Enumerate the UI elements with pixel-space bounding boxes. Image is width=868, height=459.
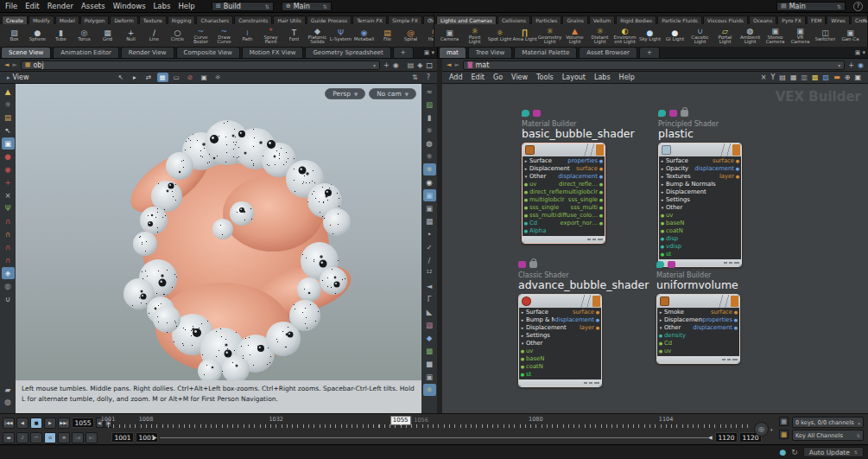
output-connector-icon[interactable]: ● [598,212,605,220]
input-connector-icon[interactable]: ● [519,363,526,371]
input-connector-icon[interactable]: ● [659,243,666,251]
pane-option-icon[interactable]: □ [426,61,433,69]
help-icon[interactable]: ? [427,73,430,81]
input-connector-icon[interactable]: ▸ [523,165,529,173]
input-connector-icon[interactable]: ▾ [657,324,664,332]
output-connector-icon[interactable]: ● [734,165,741,173]
display-option-icon[interactable]: Γ [423,293,436,305]
display-option-icon[interactable]: ▦ [423,215,436,227]
network-path-field[interactable]: ◙ mat ▾ [463,61,846,70]
network-menu-item[interactable]: Layout [562,73,586,81]
status-icon[interactable]: ↻ [791,448,798,456]
input-connector-icon[interactable]: ▸ [657,316,664,324]
display-option-icon[interactable]: ✓ [423,241,436,253]
node-parameter-row[interactable]: ● Cd export_nor… ● [523,220,605,227]
input-connector-icon[interactable]: ● [519,347,526,355]
timeline-ruler[interactable]: 10011008103210801104 1056 1055 [108,416,752,429]
view-tool-icon[interactable]: ▦ [157,73,168,82]
node-color-tab[interactable] [731,296,738,307]
node-footer[interactable] [519,379,601,386]
node-parameter-row[interactable]: ● uv direct_refle… ● [523,181,605,188]
snapshot-icon[interactable]: ◉ [858,61,864,69]
node-parameter-row[interactable]: ● sss_single sss_multi ● [523,204,605,212]
input-connector-icon[interactable]: ● [659,227,666,235]
node-parameter-row[interactable]: ▾ Other displacement ● [523,173,605,181]
range-end-field[interactable]: 1120 [715,432,738,443]
keys-summary-dropdown[interactable]: 0 keys, 0/0 channels▴ [792,417,864,428]
node-parameter-row[interactable]: ● disp [659,235,741,243]
pane-option-icon[interactable]: ▤ [408,61,415,69]
shelf-tab[interactable]: Polygon [80,16,110,24]
pane-tab[interactable]: Material Palette [514,47,577,58]
node-badge-icon[interactable] [681,110,688,117]
shelf-tool[interactable]: ● Sky Light [637,29,662,42]
input-connector-icon[interactable]: ▾ [519,340,526,347]
input-connector-icon[interactable]: ● [523,220,529,227]
node-badge-icon[interactable] [656,261,664,268]
shelf-tab[interactable]: Hair Utils [273,16,305,24]
take-selector[interactable]: ⊕ Main ⇅ [282,2,332,11]
shelf-tool[interactable]: ◐ Environment Light [612,27,637,45]
input-connector-icon[interactable]: ▾ [659,204,666,212]
display-option-icon[interactable]: ▨ [423,319,436,331]
network-toolbar-icon[interactable]: ▣ [854,73,861,81]
node-parameter-row[interactable]: ▸ Surface surface ● [659,157,741,165]
playback-mode-button[interactable]: ≡ [58,432,70,443]
output-connector-icon[interactable]: ● [732,316,739,324]
input-connector-icon[interactable]: ▸ [659,181,666,188]
back-icon[interactable]: ◄ [447,61,451,68]
output-connector-icon[interactable]: ● [734,173,741,181]
view-tool-icon[interactable]: ⇄ [143,73,155,82]
output-connector-icon[interactable]: ● [598,188,605,196]
output-connector-icon[interactable]: ● [734,157,741,165]
node-parameter-row[interactable]: ● sss_multi diffuse_colo… ● [523,212,605,220]
node-parameter-row[interactable]: ▸ Settings [659,196,741,204]
pane-tab[interactable]: Tree View [468,47,512,58]
current-frame-field[interactable]: 1055 [72,418,94,428]
viewport-tool-icon[interactable]: ↖ [2,124,15,137]
menu-item[interactable]: Assets [81,2,105,10]
shelf-tab[interactable]: Constraints [234,16,272,24]
shelf-tool[interactable]: * Spray Paint [259,27,282,45]
shelf-tool[interactable]: ◆ Platonic Solids [306,27,329,45]
output-connector-icon[interactable]: ● [598,204,605,212]
menu-item[interactable]: Edit [25,2,39,10]
shelf-tool[interactable]: ∪ Caustic Light [687,27,713,45]
shelf-tab[interactable]: Create [2,16,28,24]
view-tool-icon[interactable]: ▣ [199,73,210,82]
input-connector-icon[interactable]: ● [659,212,666,220]
input-connector-icon[interactable]: ▸ [659,196,666,204]
viewport-tool-icon[interactable]: ∩ [2,228,15,240]
chevron-down-icon[interactable]: ▾ [373,62,376,68]
shelf-tool[interactable]: ▣ Stereo Camera [763,27,788,45]
shelf-tab[interactable]: Modify [29,16,54,24]
viewport-tool-icon[interactable]: ☼ [2,99,15,111]
back-icon[interactable]: ◄ [4,61,9,68]
shelf-tool[interactable]: + Null [119,29,143,42]
display-option-icon[interactable]: ☼ [423,384,436,396]
output-connector-icon[interactable]: ● [598,173,605,181]
viewport-tool-icon[interactable]: ∩ [2,241,15,253]
input-connector-icon[interactable]: ▸ [659,173,666,181]
transport-button[interactable]: ▶ [44,418,56,429]
node-body[interactable]: ▸ Surface properties ● ▸ Displacement su… [522,143,605,244]
output-connector-icon[interactable]: ● [598,157,605,165]
node-parameter-row[interactable]: ● baseN [659,220,741,227]
input-connector-icon[interactable]: ● [523,227,529,235]
transport-button[interactable]: ◀ [16,418,29,429]
playback-mode-button[interactable]: ⊙ [44,432,56,443]
shelf-tool[interactable]: @ Spiral [399,29,422,42]
shelf-tab[interactable]: Deform [110,16,137,24]
shelf-tool[interactable]: ∏ Area Light [512,29,537,42]
desktop-selector[interactable]: ⊞ Build ⇅ [212,2,274,11]
view-tool-icon[interactable]: ☼ [212,73,224,82]
input-connector-icon[interactable]: ▸ [519,324,526,332]
input-connector-icon[interactable]: ● [519,371,526,379]
transport-button[interactable]: ■ [30,418,42,429]
shelf-tool[interactable]: ☼ Distant Light [587,27,612,45]
node-parameter-row[interactable]: ▸ Bump & Nor… displacement ● [519,316,601,324]
input-connector-icon[interactable]: ● [657,347,664,355]
output-connector-icon[interactable]: ● [594,309,601,316]
pane-tab[interactable]: Asset Browser [579,47,637,58]
shelf-tab[interactable]: Characters [196,16,233,24]
